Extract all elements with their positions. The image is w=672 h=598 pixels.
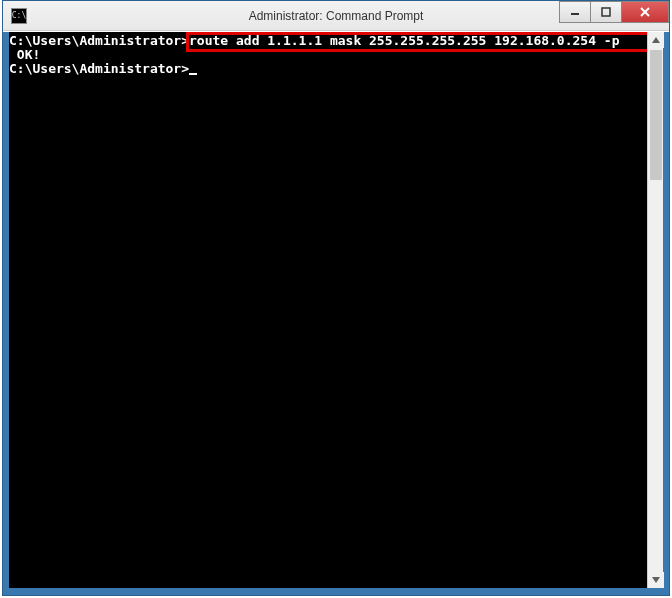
cursor xyxy=(189,73,197,75)
command-prompt-window: C:\ Administrator: Command Prompt C:\Use… xyxy=(2,0,670,596)
vertical-scrollbar[interactable] xyxy=(647,32,663,588)
close-button[interactable] xyxy=(621,1,669,23)
chevron-up-icon xyxy=(652,37,660,43)
output-line: OK! xyxy=(9,48,647,62)
window-border xyxy=(663,32,669,595)
prompt-text: C:\Users\Administrator> xyxy=(9,33,189,48)
scroll-down-button[interactable] xyxy=(648,572,664,588)
minimize-button[interactable] xyxy=(559,1,591,23)
svg-marker-4 xyxy=(652,37,660,43)
window-border xyxy=(3,588,669,595)
window-title: Administrator: Command Prompt xyxy=(249,9,424,23)
console-output[interactable]: C:\Users\Administrator>route add 1.1.1.1… xyxy=(9,32,647,588)
svg-rect-1 xyxy=(602,8,610,16)
close-icon xyxy=(639,7,651,17)
window-controls xyxy=(560,1,669,23)
scroll-up-button[interactable] xyxy=(648,32,664,48)
titlebar[interactable]: C:\ Administrator: Command Prompt xyxy=(3,1,669,31)
maximize-icon xyxy=(601,7,611,17)
app-icon: C:\ xyxy=(11,8,27,24)
chevron-down-icon xyxy=(652,577,660,583)
svg-marker-5 xyxy=(652,577,660,583)
command-text: route add 1.1.1.1 mask 255.255.255.255 1… xyxy=(189,33,619,48)
maximize-button[interactable] xyxy=(590,1,622,23)
minimize-icon xyxy=(570,7,580,17)
prompt-text: C:\Users\Administrator> xyxy=(9,61,189,76)
scroll-thumb[interactable] xyxy=(650,50,662,180)
